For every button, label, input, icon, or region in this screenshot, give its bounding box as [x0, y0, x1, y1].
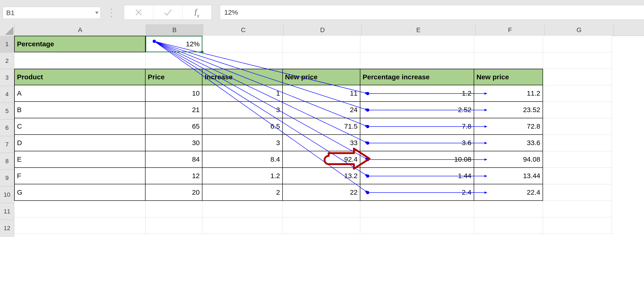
cell-A10[interactable]: G — [14, 184, 146, 201]
cell-G10[interactable] — [543, 184, 612, 201]
cell-F6[interactable]: 72.8 — [474, 118, 543, 135]
cell-B7[interactable]: 30 — [146, 135, 202, 151]
cell-B11[interactable] — [146, 201, 202, 217]
cell-G9[interactable] — [543, 168, 612, 184]
cell-D9[interactable]: 13.2 — [283, 168, 360, 184]
cell-B5[interactable]: 21 — [146, 102, 202, 118]
cell-F9[interactable]: 13.44 — [474, 168, 543, 184]
cell-D7[interactable]: 33 — [283, 135, 360, 151]
column-header-F[interactable]: F — [476, 24, 544, 36]
cell-E2[interactable] — [360, 52, 474, 69]
column-header-C[interactable]: C — [203, 24, 284, 36]
column-header-D[interactable]: D — [284, 24, 362, 36]
cell-D6[interactable]: 71.5 — [283, 118, 360, 135]
cell-C2[interactable] — [202, 52, 283, 69]
cell-E1[interactable] — [360, 36, 474, 52]
cell-A1[interactable]: Percentage — [14, 36, 146, 52]
cell-C6[interactable]: 6.5 — [202, 118, 283, 135]
row-header-6[interactable]: 6 — [0, 119, 14, 136]
row-header-8[interactable]: 8 — [0, 153, 14, 170]
cell-E12[interactable] — [360, 217, 474, 234]
cell-E7[interactable]: 3.6 — [360, 135, 474, 151]
cell-A3[interactable]: Product — [14, 69, 146, 85]
insert-function-button[interactable]: fx — [182, 5, 212, 19]
formula-input[interactable]: 12% — [220, 5, 644, 20]
cell-G12[interactable] — [543, 217, 612, 234]
cell-D10[interactable]: 22 — [283, 184, 360, 201]
cell-G4[interactable] — [543, 85, 612, 102]
row-header-4[interactable]: 4 — [0, 86, 14, 103]
cell-G3[interactable] — [543, 69, 612, 85]
row-header-7[interactable]: 7 — [0, 136, 14, 153]
enter-button[interactable] — [153, 5, 182, 19]
cell-A7[interactable]: D — [14, 135, 146, 151]
cell-A8[interactable]: E — [14, 151, 146, 168]
cell-D4[interactable]: 11 — [283, 85, 360, 102]
row-header-10[interactable]: 10 — [0, 186, 14, 203]
cell-C5[interactable]: 3 — [202, 102, 283, 118]
cell-C10[interactable]: 2 — [202, 184, 283, 201]
cell-A11[interactable] — [14, 201, 146, 217]
cell-F5[interactable]: 23.52 — [474, 102, 543, 118]
cell-B1[interactable]: 12% — [146, 36, 202, 52]
cell-B3[interactable]: Price — [146, 69, 202, 85]
row-header-3[interactable]: 3 — [0, 69, 14, 86]
column-header-A[interactable]: A — [14, 24, 146, 36]
cell-E4[interactable]: 1.2 — [360, 85, 474, 102]
row-header-5[interactable]: 5 — [0, 103, 14, 119]
column-header-E[interactable]: E — [362, 24, 476, 36]
row-header-12[interactable]: 12 — [0, 220, 14, 237]
cell-A5[interactable]: B — [14, 102, 146, 118]
cell-B2[interactable] — [146, 52, 202, 69]
cell-C11[interactable] — [202, 201, 283, 217]
cell-G5[interactable] — [543, 102, 612, 118]
row-header-2[interactable]: 2 — [0, 52, 14, 69]
cell-F10[interactable]: 22.4 — [474, 184, 543, 201]
cell-D12[interactable] — [283, 217, 360, 234]
cell-G2[interactable] — [543, 52, 612, 69]
cell-C9[interactable]: 1.2 — [202, 168, 283, 184]
cell-C4[interactable]: 1 — [202, 85, 283, 102]
cell-B4[interactable]: 10 — [146, 85, 202, 102]
cell-G11[interactable] — [543, 201, 612, 217]
cell-G6[interactable] — [543, 118, 612, 135]
cell-F2[interactable] — [474, 52, 543, 69]
cell-C8[interactable]: 8.4 — [202, 151, 283, 168]
cell-D2[interactable] — [283, 52, 360, 69]
cell-F3[interactable]: New price — [474, 69, 543, 85]
cell-D1[interactable] — [283, 36, 360, 52]
cell-D8[interactable]: 92.4 — [283, 151, 360, 168]
cell-G8[interactable] — [543, 151, 612, 168]
name-box[interactable]: B1 — [3, 7, 100, 19]
cell-D5[interactable]: 24 — [283, 102, 360, 118]
cell-E3[interactable]: Percentage increase — [360, 69, 474, 85]
cell-E8[interactable]: 10.08 — [360, 151, 474, 168]
cell-G7[interactable] — [543, 135, 612, 151]
cell-C12[interactable] — [202, 217, 283, 234]
cell-B10[interactable]: 20 — [146, 184, 202, 201]
cell-C3[interactable]: Increase — [202, 69, 283, 85]
cell-A4[interactable]: A — [14, 85, 146, 102]
formula-bar-resize-handle[interactable] — [110, 7, 112, 18]
chevron-down-icon[interactable] — [95, 12, 98, 14]
cell-F7[interactable]: 33.6 — [474, 135, 543, 151]
cell-C7[interactable]: 3 — [202, 135, 283, 151]
cell-A6[interactable]: C — [14, 118, 146, 135]
cell-F12[interactable] — [474, 217, 543, 234]
cell-D3[interactable]: New price — [283, 69, 360, 85]
cell-A9[interactable]: F — [14, 168, 146, 184]
select-all-triangle[interactable] — [0, 24, 14, 36]
cell-E11[interactable] — [360, 201, 474, 217]
cancel-button[interactable] — [124, 5, 153, 19]
cell-F11[interactable] — [474, 201, 543, 217]
cell-A12[interactable] — [14, 217, 146, 234]
row-header-1[interactable]: 1 — [0, 36, 14, 52]
cell-D11[interactable] — [283, 201, 360, 217]
cell-B8[interactable]: 84 — [146, 151, 202, 168]
cell-E10[interactable]: 2.4 — [360, 184, 474, 201]
cell-E5[interactable]: 2.52 — [360, 102, 474, 118]
cell-A2[interactable] — [14, 52, 146, 69]
cell-B9[interactable]: 12 — [146, 168, 202, 184]
cell-E6[interactable]: 7.8 — [360, 118, 474, 135]
cell-F4[interactable]: 11.2 — [474, 85, 543, 102]
